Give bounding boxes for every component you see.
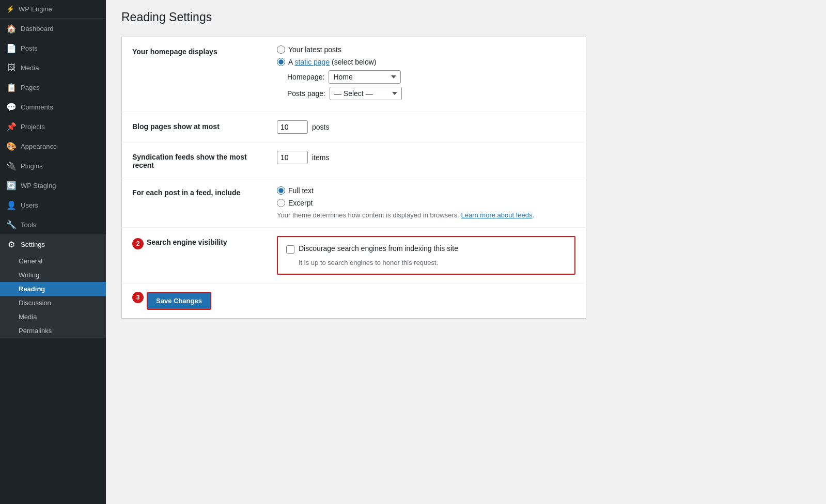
sidebar-item-pages[interactable]: 📋 Pages xyxy=(0,77,106,97)
visibility-checkbox[interactable] xyxy=(286,245,294,254)
sidebar-item-label: Posts xyxy=(21,44,38,52)
radio-latest-posts-label: Your latest posts xyxy=(288,45,341,54)
step-badge-3: 3 xyxy=(132,292,144,303)
sidebar-submenu-writing[interactable]: Writing xyxy=(0,268,106,282)
radio-full-text-option: Full text xyxy=(277,186,575,195)
save-changes-row: 3 Save Changes xyxy=(121,284,586,319)
sidebar-submenu-discussion[interactable]: Discussion xyxy=(0,296,106,310)
sidebar-submenu-permalinks[interactable]: Permalinks xyxy=(0,324,106,338)
settings-icon: ⚙ xyxy=(6,239,17,249)
blog-pages-control: 10 posts xyxy=(277,120,575,134)
sidebar-submenu-reading[interactable]: Reading xyxy=(0,282,106,296)
blog-pages-label: Blog pages show at most xyxy=(132,120,267,131)
sidebar-item-settings[interactable]: ⚙ Settings xyxy=(0,234,106,254)
main-content: Reading Settings Your homepage displays … xyxy=(106,0,826,504)
sidebar-item-label: Appearance xyxy=(21,143,57,150)
homepage-displays-control: Your latest posts A static page (select … xyxy=(277,45,575,103)
sidebar-item-comments[interactable]: 💬 Comments xyxy=(0,97,106,117)
syndication-unit: items xyxy=(312,153,329,162)
syndication-control: 10 items xyxy=(277,151,575,164)
sidebar-item-label: Dashboard xyxy=(21,25,54,33)
sidebar-item-appearance[interactable]: 🎨 Appearance xyxy=(0,136,106,156)
submenu-label: Media xyxy=(19,313,37,321)
submenu-label: Permalinks xyxy=(19,327,52,335)
syndication-label: Syndication feeds show the most recent xyxy=(132,151,267,169)
feed-note: Your theme determines how content is dis… xyxy=(277,211,575,219)
sidebar-item-dashboard[interactable]: 🏠 Dashboard xyxy=(0,19,106,38)
sidebar-item-label: Comments xyxy=(21,103,53,111)
tools-icon: 🔧 xyxy=(6,219,17,230)
visibility-checkbox-option: Discourage search engines from indexing … xyxy=(286,244,566,254)
save-changes-wrap: 3 Save Changes xyxy=(132,292,575,310)
radio-latest-posts[interactable] xyxy=(277,45,285,54)
static-page-link[interactable]: static page xyxy=(294,58,330,66)
visibility-control: Discourage search engines from indexing … xyxy=(277,236,575,275)
syndication-input[interactable]: 10 xyxy=(277,151,308,164)
submenu-label: Reading xyxy=(19,285,45,293)
page-title: Reading Settings xyxy=(121,10,811,24)
radio-excerpt[interactable] xyxy=(277,199,285,207)
save-changes-button[interactable]: Save Changes xyxy=(147,292,211,310)
sidebar-item-label: Projects xyxy=(21,123,45,131)
submenu-label: Writing xyxy=(19,271,39,279)
sidebar-item-posts[interactable]: 📄 Posts xyxy=(0,38,106,58)
homepage-displays-row: Your homepage displays Your latest posts… xyxy=(121,37,586,112)
feed-control: Full text Excerpt Your theme determines … xyxy=(277,186,575,219)
feed-label: For each post in a feed, include xyxy=(132,186,267,197)
posts-icon: 📄 xyxy=(6,43,17,53)
syndication-row: Syndication feeds show the most recent 1… xyxy=(121,143,586,178)
visibility-label-wrap: 2 Search engine visibility xyxy=(132,238,267,249)
radio-static-page-option: A static page (select below) xyxy=(277,58,575,66)
posts-page-select[interactable]: — Select — xyxy=(330,87,402,100)
sidebar-item-label: Pages xyxy=(21,84,40,91)
sidebar-item-label: Users xyxy=(21,201,38,209)
sidebar-item-media[interactable]: 🖼 Media xyxy=(0,58,106,77)
sidebar-item-projects[interactable]: 📌 Projects xyxy=(0,117,106,136)
visibility-box: Discourage search engines from indexing … xyxy=(277,236,575,275)
staging-icon: 🔄 xyxy=(6,180,17,191)
submenu-label: General xyxy=(19,257,42,265)
sidebar-submenu-general[interactable]: General xyxy=(0,254,106,268)
sidebar-submenu-media[interactable]: Media xyxy=(0,310,106,324)
homepage-select[interactable]: Home xyxy=(329,70,401,84)
visibility-row: 2 Search engine visibility Discourage se… xyxy=(121,228,586,284)
feed-row: For each post in a feed, include Full te… xyxy=(121,178,586,228)
radio-full-text-label: Full text xyxy=(288,186,314,195)
dashboard-icon: 🏠 xyxy=(6,23,17,34)
projects-icon: 📌 xyxy=(6,121,17,132)
sidebar-item-label: Plugins xyxy=(21,162,43,170)
sidebar-item-label: Media xyxy=(21,64,39,72)
posts-page-select-label: Posts page: xyxy=(287,89,325,98)
blog-pages-row: Blog pages show at most 10 posts xyxy=(121,112,586,143)
sidebar-item-plugins[interactable]: 🔌 Plugins xyxy=(0,156,106,176)
sidebar-item-wp-staging[interactable]: 🔄 WP Staging xyxy=(0,176,106,195)
settings-submenu: General Writing Reading Discussion Media… xyxy=(0,254,106,338)
appearance-icon: 🎨 xyxy=(6,141,17,151)
sidebar-item-label: WP Staging xyxy=(21,182,56,190)
sidebar-item-tools[interactable]: 🔧 Tools xyxy=(0,215,106,234)
pages-icon: 📋 xyxy=(6,82,17,92)
radio-full-text[interactable] xyxy=(277,186,285,195)
sidebar-item-users[interactable]: 👤 Users xyxy=(0,195,106,215)
homepage-select-label: Homepage: xyxy=(287,73,324,81)
visibility-label: 2 Search engine visibility xyxy=(132,236,267,249)
radio-static-page[interactable] xyxy=(277,58,285,66)
step-badge-2: 2 xyxy=(132,238,144,249)
sidebar: ⚡ WP Engine 🏠 Dashboard 📄 Posts 🖼 Media … xyxy=(0,0,106,504)
comments-icon: 💬 xyxy=(6,102,17,112)
blog-pages-input[interactable]: 10 xyxy=(277,120,308,134)
radio-excerpt-label: Excerpt xyxy=(288,199,313,207)
visibility-checkbox-label: Discourage search engines from indexing … xyxy=(299,244,458,253)
visibility-subtext: It is up to search engines to honor this… xyxy=(299,259,566,266)
submenu-label: Discussion xyxy=(19,299,51,307)
wp-engine-icon: ⚡ xyxy=(6,5,14,13)
learn-more-feeds-link[interactable]: Learn more about feeds xyxy=(461,211,533,219)
radio-excerpt-option: Excerpt xyxy=(277,199,575,207)
homepage-displays-label: Your homepage displays xyxy=(132,45,267,56)
users-icon: 👤 xyxy=(6,200,17,210)
radio-static-page-label: A static page (select below) xyxy=(288,58,376,66)
sidebar-item-label: WP Engine xyxy=(19,5,52,13)
sidebar-item-wp-engine[interactable]: ⚡ WP Engine xyxy=(0,0,106,19)
sidebar-item-label: Tools xyxy=(21,221,36,229)
homepage-select-row: Homepage: Home xyxy=(287,70,575,84)
